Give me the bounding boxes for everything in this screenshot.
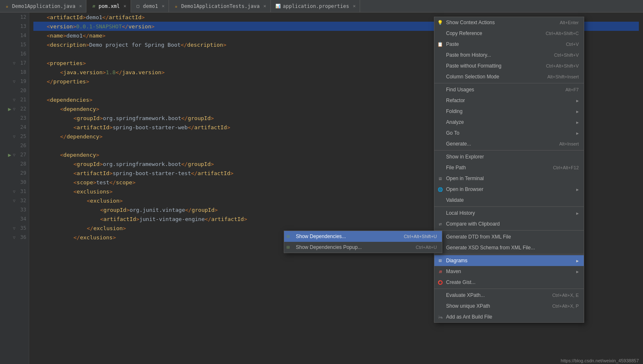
menu-refactor[interactable]: Refactor ▶: [434, 95, 584, 106]
menu-find-usages[interactable]: Find Usages Alt+F7: [434, 84, 584, 95]
gutter-line-35: ▽ 35: [0, 223, 29, 233]
terminal-icon: 🖥: [437, 175, 444, 182]
gutter-line-15: 15: [0, 40, 29, 49]
menu-maven[interactable]: m Maven ▶: [434, 266, 584, 277]
local-history-arrow: ▶: [576, 211, 579, 216]
compare-icon: ⇄: [437, 221, 444, 227]
separator-3: [434, 206, 584, 207]
gutter-line-21: ▽ 21: [0, 95, 29, 104]
gutter-line-13: 13: [0, 22, 29, 31]
fold-icon-25[interactable]: ▽: [13, 134, 15, 139]
menu-paste-from-history[interactable]: Paste from History... Ctrl+Shift+V: [434, 50, 584, 60]
gutter-line-28: 28: [0, 159, 29, 168]
gutter-line-12: 12: [0, 13, 29, 22]
fold-icon-35[interactable]: ▽: [13, 226, 15, 231]
fold-icon-22[interactable]: ▽: [13, 107, 15, 111]
tab-close-demo1app[interactable]: ✕: [79, 3, 82, 9]
browser-icon: 🌐: [437, 186, 444, 193]
fold-icon-19[interactable]: ▽: [13, 79, 15, 84]
gutter-line-25: ▽ 25: [0, 132, 29, 141]
analyze-arrow: ▶: [576, 120, 579, 125]
menu-diagrams[interactable]: ⊞ Diagrams ▶: [434, 255, 584, 266]
run-icon-22[interactable]: ▶: [8, 106, 11, 112]
tab-pomxml[interactable]: m pom.xml ✕: [86, 0, 131, 13]
gutter-line-36: ▽ 36: [0, 233, 29, 242]
tab-demo1tests[interactable]: ☕ Demo1ApplicationTests.java ✕: [169, 0, 270, 13]
menu-add-ant-build[interactable]: 🐜 Add as Ant Build File: [434, 311, 584, 322]
menu-file-path[interactable]: File Path Ctrl+Alt+F12: [434, 162, 584, 173]
gutter-line-34: 34: [0, 214, 29, 223]
tab-close-appprops[interactable]: ✕: [353, 3, 356, 9]
gutter-line-31: ▽ 31: [0, 187, 29, 196]
run-icon-27[interactable]: ▶: [8, 152, 11, 158]
browser-arrow: ▶: [576, 187, 579, 192]
menu-open-in-terminal[interactable]: 🖥 Open in Terminal: [434, 173, 584, 184]
context-menu: 💡 Show Context Actions Alt+Enter Copy Re…: [434, 17, 584, 323]
menu-generate[interactable]: Generate... Alt+Insert: [434, 138, 584, 149]
menu-generate-xsd[interactable]: Generate XSD Schema from XML File...: [434, 242, 584, 253]
menu-generate-dtd[interactable]: Generate DTD from XML File: [434, 231, 584, 242]
fold-icon-31[interactable]: ▽: [13, 189, 15, 194]
tab-bar: ☕ Demo1Application.java ✕ m pom.xml ✕ □ …: [0, 0, 643, 13]
fold-icon-27[interactable]: ▽: [13, 153, 15, 157]
gutter-line-20: 20: [0, 86, 29, 95]
menu-show-context-actions[interactable]: 💡 Show Context Actions Alt+Enter: [434, 17, 584, 28]
gutter-line-17: ▽ 17: [0, 58, 29, 68]
java-icon: ☕: [4, 3, 10, 9]
tab-close-demo1tests[interactable]: ✕: [263, 3, 266, 9]
gutter: 12 13 14 15 16 ▽ 17 18 ▽ 19: [0, 13, 29, 364]
maven-tab-icon: m: [91, 3, 96, 9]
gutter-line-14: 14: [0, 31, 29, 40]
menu-analyze[interactable]: Analyze ▶: [434, 117, 584, 128]
tab-close-pomxml[interactable]: ✕: [124, 3, 126, 9]
folding-arrow: ▶: [576, 109, 579, 114]
fold-icon-21[interactable]: ▽: [13, 98, 15, 102]
refactor-arrow: ▶: [576, 98, 579, 103]
dep-popup-icon: ⊞: [287, 244, 290, 250]
menu-paste-without-formatting[interactable]: Paste without Formatting Ctrl+Alt+Shift+…: [434, 60, 584, 71]
submenu-show-dependencies[interactable]: ⊞ Show Dependencies... Ctrl+Alt+Shift+U: [284, 231, 442, 242]
menu-folding[interactable]: Folding ▶: [434, 106, 584, 117]
menu-column-selection[interactable]: Column Selection Mode Alt+Shift+Insert: [434, 71, 584, 82]
maven-icon: m: [437, 268, 444, 275]
menu-show-unique-xpath[interactable]: Show unique XPath Ctrl+Alt+X, P: [434, 301, 584, 311]
fold-icon-36[interactable]: ▽: [13, 235, 15, 240]
diagrams-arrow: ▶: [576, 259, 579, 263]
separator-5: [434, 254, 584, 254]
java-test-icon: ☕: [173, 3, 179, 9]
maven-arrow: ▶: [576, 269, 579, 274]
gutter-line-19: ▽ 19: [0, 77, 29, 86]
tab-close-demo1[interactable]: ✕: [162, 3, 165, 9]
separator-6: [434, 289, 584, 289]
properties-icon: 📊: [275, 3, 281, 9]
menu-goto[interactable]: Go To ▶: [434, 128, 584, 138]
submenu-show-dependencies-popup[interactable]: ⊞ Show Dependencies Popup... Ctrl+Alt+U: [284, 242, 442, 253]
goto-arrow: ▶: [576, 131, 579, 136]
separator-4: [434, 230, 584, 231]
menu-create-gist[interactable]: ⭕ Create Gist...: [434, 277, 584, 288]
menu-evaluate-xpath[interactable]: Evaluate XPath... Ctrl+Alt+X, E: [434, 290, 584, 301]
submenu-diagrams: ⊞ Show Dependencies... Ctrl+Alt+Shift+U …: [284, 231, 442, 253]
menu-copy-reference[interactable]: Copy Reference Ctrl+Alt+Shift+C: [434, 28, 584, 39]
menu-open-in-browser[interactable]: 🌐 Open in Browser ▶: [434, 184, 584, 195]
folder-icon: □: [135, 3, 141, 9]
tab-demo1[interactable]: □ demo1 ✕: [131, 0, 169, 13]
gutter-line-24: 24: [0, 123, 29, 132]
bulb-icon: 💡: [437, 19, 444, 26]
gutter-line-33: 33: [0, 205, 29, 214]
gutter-line-29: 29: [0, 168, 29, 178]
menu-paste[interactable]: 📋 Paste Ctrl+V: [434, 39, 584, 50]
tab-appprops[interactable]: 📊 application.properties ✕: [271, 0, 361, 13]
menu-validate[interactable]: Validate: [434, 195, 584, 206]
menu-local-history[interactable]: Local History ▶: [434, 208, 584, 218]
fold-icon-32[interactable]: ▽: [13, 198, 15, 203]
gutter-line-30: 30: [0, 178, 29, 187]
gutter-line-32: ▽ 32: [0, 196, 29, 205]
tab-demo1application[interactable]: ☕ Demo1Application.java ✕: [0, 0, 86, 13]
fold-icon-17[interactable]: ▽: [13, 61, 15, 65]
paste-icon: 📋: [437, 41, 444, 48]
menu-show-in-explorer[interactable]: Show in Explorer: [434, 151, 584, 162]
gutter-line-26: 26: [0, 141, 29, 150]
gutter-line-22: ▶ ▽ 22: [0, 104, 29, 113]
menu-compare-clipboard[interactable]: ⇄ Compare with Clipboard: [434, 218, 584, 229]
